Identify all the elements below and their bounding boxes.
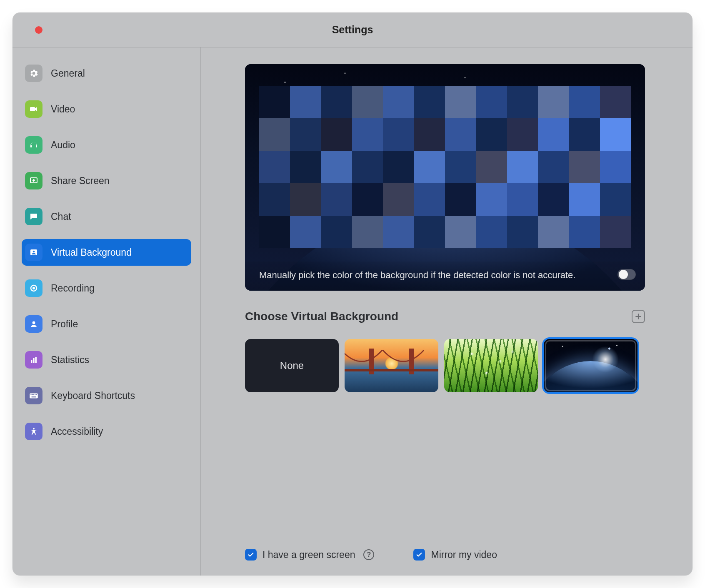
svg-rect-16 — [32, 396, 36, 397]
sidebar-item-recording[interactable]: Recording — [22, 275, 191, 301]
audio-icon — [25, 136, 42, 154]
sidebar-item-profile[interactable]: Profile — [22, 311, 191, 337]
option-label: Mirror my video — [431, 549, 497, 561]
color-picker-toggle[interactable] — [618, 269, 636, 280]
svg-rect-11 — [30, 394, 31, 395]
profile-icon — [25, 315, 42, 333]
svg-rect-14 — [35, 394, 35, 395]
window-title: Settings — [332, 24, 373, 36]
checkbox-checked-icon — [245, 549, 257, 561]
green-screen-option[interactable]: I have a green screen ? — [245, 549, 374, 561]
vb-icon — [25, 244, 42, 261]
sidebar-item-label: Profile — [51, 319, 78, 330]
sidebar-item-label: Video — [51, 104, 75, 115]
mirror-video-option[interactable]: Mirror my video — [413, 549, 497, 561]
thumb-earth[interactable] — [544, 339, 638, 392]
titlebar: Settings — [12, 12, 692, 47]
settings-main: Manually pick the color of the backgroun… — [201, 47, 692, 576]
video-icon — [25, 100, 42, 118]
sidebar-item-keyboard-shortcuts[interactable]: Keyboard Shortcuts — [22, 382, 191, 409]
svg-rect-10 — [30, 394, 38, 399]
plus-icon — [634, 312, 642, 321]
sidebar-item-statistics[interactable]: Statistics — [22, 346, 191, 373]
choose-title: Choose Virtual Background — [245, 310, 398, 323]
share-icon — [25, 172, 42, 189]
footer-options: I have a green screen ? Mirror my video — [245, 549, 497, 561]
preview-hint: Manually pick the color of the backgroun… — [245, 262, 645, 291]
svg-rect-12 — [32, 394, 33, 395]
sidebar-item-label: Audio — [51, 140, 75, 151]
svg-point-17 — [33, 428, 35, 430]
stats-icon — [25, 351, 42, 369]
sidebar-item-label: Statistics — [51, 354, 89, 366]
svg-point-6 — [32, 321, 35, 324]
thumb-grass[interactable] — [444, 339, 538, 392]
video-preview: Manually pick the color of the backgroun… — [245, 64, 645, 291]
sidebar-item-general[interactable]: General — [22, 60, 191, 87]
chat-icon — [25, 208, 42, 225]
gear-icon — [25, 65, 42, 82]
svg-rect-13 — [33, 394, 34, 395]
checkbox-checked-icon — [413, 549, 425, 561]
sidebar-item-label: Chat — [51, 211, 71, 222]
sidebar-item-label: Accessibility — [51, 426, 103, 437]
svg-rect-9 — [35, 357, 37, 363]
svg-rect-7 — [31, 360, 32, 363]
svg-rect-8 — [33, 358, 35, 363]
svg-rect-15 — [36, 394, 37, 395]
svg-point-5 — [32, 287, 35, 289]
sidebar-item-label: Virtual Background — [51, 247, 132, 258]
settings-window: Settings General Video Audio — [12, 12, 692, 576]
sidebar-item-virtual-background[interactable]: Virtual Background — [22, 239, 191, 266]
sidebar-item-chat[interactable]: Chat — [22, 203, 191, 230]
svg-rect-0 — [30, 107, 35, 111]
add-background-button[interactable] — [632, 310, 645, 323]
close-window-icon[interactable] — [35, 26, 42, 34]
thumb-none[interactable]: None — [245, 339, 339, 392]
background-thumbnails: None — [245, 339, 645, 392]
option-label: I have a green screen — [262, 549, 355, 561]
keyboard-icon — [25, 387, 42, 404]
svg-point-3 — [33, 251, 35, 253]
help-icon[interactable]: ? — [363, 549, 374, 560]
sidebar-item-label: Recording — [51, 283, 95, 294]
sidebar-item-video[interactable]: Video — [22, 96, 191, 122]
sidebar-item-label: General — [51, 68, 85, 79]
a11y-icon — [25, 423, 42, 440]
thumb-bridge[interactable] — [345, 339, 438, 392]
thumb-label: None — [280, 360, 304, 371]
sidebar-item-label: Share Screen — [51, 175, 110, 187]
sidebar-item-label: Keyboard Shortcuts — [51, 390, 135, 401]
sidebar-item-audio[interactable]: Audio — [22, 132, 191, 158]
record-icon — [25, 279, 42, 297]
sidebar-item-share-screen[interactable]: Share Screen — [22, 167, 191, 194]
sidebar-item-accessibility[interactable]: Accessibility — [22, 418, 191, 445]
settings-sidebar: General Video Audio Share Screen — [12, 47, 201, 576]
